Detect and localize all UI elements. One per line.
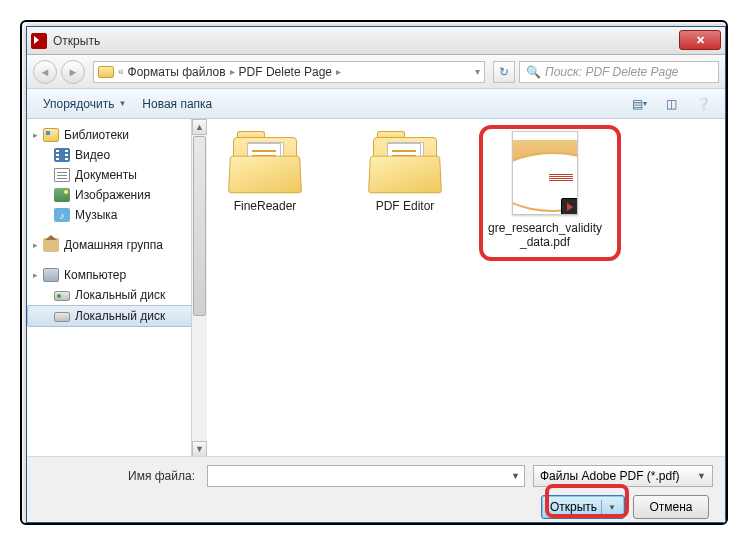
open-dialog: Открыть ✕ ◄ ► « Форматы файлов ▸ PDF Del… xyxy=(26,26,726,523)
footer: Имя файла: ▼ Файлы Adobe PDF (*.pdf)▼ От… xyxy=(27,456,725,522)
new-folder-button[interactable]: Новая папка xyxy=(134,93,220,115)
sidebar-item-computer[interactable]: ▸Компьютер xyxy=(27,265,194,285)
nav-bar: ◄ ► « Форматы файлов ▸ PDF Delete Page ▸… xyxy=(27,55,725,89)
breadcrumb[interactable]: « Форматы файлов ▸ PDF Delete Page ▸ ▾ xyxy=(93,61,485,83)
chevron-down-icon: ▼ xyxy=(118,99,126,108)
scroll-down-icon[interactable]: ▼ xyxy=(192,441,207,457)
filename-input[interactable]: ▼ xyxy=(207,465,525,487)
pdf-icon xyxy=(512,131,578,215)
open-button[interactable]: Открыть▼ xyxy=(541,495,625,519)
filename-label: Имя файла: xyxy=(39,469,199,483)
breadcrumb-segment[interactable]: PDF Delete Page xyxy=(239,65,332,79)
back-button[interactable]: ◄ xyxy=(33,60,57,84)
sidebar-item-disk[interactable]: Локальный диск xyxy=(27,285,194,305)
close-icon: ✕ xyxy=(696,34,705,47)
chevron-right-icon: ▸ xyxy=(336,66,341,77)
view-menu[interactable]: ▤ ▾ xyxy=(625,94,653,114)
toolbar: Упорядочить▼ Новая папка ▤ ▾ ◫ ❔ xyxy=(27,89,725,119)
cancel-button[interactable]: Отмена xyxy=(633,495,709,519)
file-item-pdf[interactable]: gre_research_validity_data.pdf xyxy=(485,131,605,249)
help-button[interactable]: ❔ xyxy=(689,94,717,114)
breadcrumb-segment[interactable]: Форматы файлов xyxy=(128,65,226,79)
filetype-filter[interactable]: Файлы Adobe PDF (*.pdf)▼ xyxy=(533,465,713,487)
close-button[interactable]: ✕ xyxy=(679,30,721,50)
file-pane[interactable]: FineReader PDF Editor gre_research_valid… xyxy=(195,119,725,457)
folder-icon xyxy=(369,131,441,193)
dialog-body: ▸Библиотеки Видео Документы Изображения … xyxy=(27,119,725,457)
sidebar-item-libraries[interactable]: ▸Библиотеки xyxy=(27,125,194,145)
chevron-left-icon: « xyxy=(118,66,124,77)
sidebar-item-documents[interactable]: Документы xyxy=(27,165,194,185)
sidebar-item-homegroup[interactable]: ▸Домашняя группа xyxy=(27,235,194,255)
file-label: FineReader xyxy=(234,199,297,213)
scroll-thumb[interactable] xyxy=(193,136,206,316)
search-icon: 🔍 xyxy=(526,65,541,79)
chevron-right-icon: ▸ xyxy=(230,66,235,77)
sidebar-item-images[interactable]: Изображения xyxy=(27,185,194,205)
search-placeholder: Поиск: PDF Delete Page xyxy=(545,65,679,79)
screenshot-frame: Открыть ✕ ◄ ► « Форматы файлов ▸ PDF Del… xyxy=(20,20,728,525)
chevron-down-icon[interactable]: ▼ xyxy=(601,500,616,514)
chevron-down-icon[interactable]: ▾ xyxy=(475,66,480,77)
sidebar-item-disk-selected[interactable]: Локальный диск xyxy=(27,305,194,327)
forward-button[interactable]: ► xyxy=(61,60,85,84)
sidebar-item-music[interactable]: ♪Музыка xyxy=(27,205,194,225)
file-label: PDF Editor xyxy=(376,199,435,213)
folder-icon xyxy=(98,66,114,78)
sidebar: ▸Библиотеки Видео Документы Изображения … xyxy=(27,119,195,457)
folder-item[interactable]: FineReader xyxy=(205,131,325,213)
organize-menu[interactable]: Упорядочить▼ xyxy=(35,93,134,115)
app-icon xyxy=(31,33,47,49)
folder-icon xyxy=(229,131,301,193)
chevron-down-icon: ▼ xyxy=(697,471,706,481)
refresh-button[interactable]: ↻ xyxy=(493,61,515,83)
window-title: Открыть xyxy=(53,34,100,48)
search-input[interactable]: 🔍 Поиск: PDF Delete Page xyxy=(519,61,719,83)
sidebar-item-video[interactable]: Видео xyxy=(27,145,194,165)
sidebar-scrollbar[interactable]: ▲ ▼ xyxy=(191,119,207,457)
folder-item[interactable]: PDF Editor xyxy=(345,131,465,213)
chevron-down-icon[interactable]: ▼ xyxy=(511,471,520,481)
preview-pane-button[interactable]: ◫ xyxy=(657,94,685,114)
scroll-up-icon[interactable]: ▲ xyxy=(192,119,207,135)
titlebar: Открыть ✕ xyxy=(27,27,725,55)
file-label: gre_research_validity_data.pdf xyxy=(485,221,605,249)
